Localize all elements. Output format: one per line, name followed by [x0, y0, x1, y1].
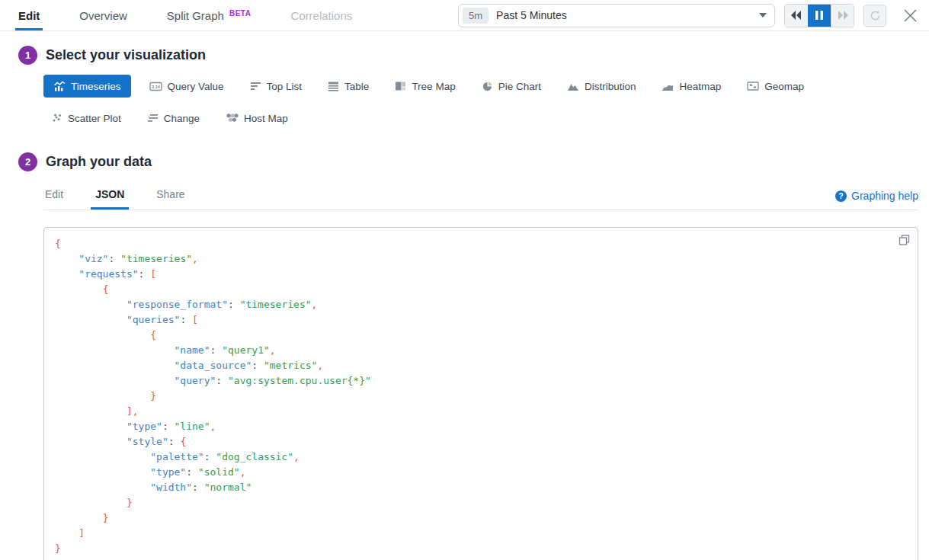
time-range-label: Past 5 Minutes	[496, 9, 751, 21]
tab-overview[interactable]: Overview	[79, 0, 127, 30]
viz-button-label: Heatmap	[679, 81, 721, 92]
scatter-plot-icon	[51, 113, 62, 123]
viz-button-query-value[interactable]: 3.14Query Value	[142, 75, 232, 98]
top-list-icon	[250, 81, 261, 91]
code-line: "name": "query1",	[55, 343, 907, 358]
pause-icon	[815, 11, 823, 20]
viz-button-label: Distribution	[585, 81, 636, 92]
viz-button-label: Timeseries	[71, 81, 121, 92]
change-icon	[147, 113, 159, 123]
code-line: "width": "normal"	[55, 480, 907, 495]
tab-correlations-label: Correlations	[290, 9, 352, 22]
step-forward-icon	[838, 11, 848, 20]
code-line: "query": "avg:system.cpu.user{*}"	[55, 373, 907, 389]
timeseries-icon	[53, 81, 66, 92]
step-2-title: Graph your data	[46, 154, 152, 170]
code-line: }	[55, 510, 907, 526]
code-line: }	[55, 389, 907, 404]
code-line: "requests": [	[55, 267, 907, 282]
refresh-icon	[870, 10, 881, 21]
viz-button-label: Pie Chart	[498, 81, 541, 92]
table-icon	[328, 81, 339, 91]
viz-button-scatter-plot[interactable]: Scatter Plot	[43, 107, 129, 130]
header-controls: 5m Past 5 Minutes	[458, 4, 918, 27]
host-map-icon	[226, 113, 239, 123]
code-line: "palette": "dog_classic",	[55, 450, 907, 465]
viz-button-change[interactable]: Change	[139, 107, 207, 130]
code-line: "type": "line",	[55, 419, 907, 434]
code-line: "response_format": "timeseries",	[55, 297, 907, 312]
step-graph-your-data: 2 Graph your data EditJSONShare ? Graphi…	[0, 152, 929, 560]
refresh-button[interactable]	[863, 5, 886, 27]
step-1-badge: 1	[18, 46, 37, 65]
code-line: "style": {	[55, 434, 907, 450]
time-range-chip: 5m	[463, 8, 489, 24]
step-2-badge: 2	[18, 152, 37, 171]
viz-button-label: Table	[344, 81, 369, 92]
json-editor[interactable]: { "viz": "timeseries", "requests": [ { "…	[43, 227, 918, 560]
graph-editor-header: Edit Overview Split Graph BETA Correlati…	[0, 0, 929, 31]
code-line: {	[55, 236, 907, 251]
code-line: {	[55, 282, 907, 297]
beta-badge: BETA	[229, 9, 251, 18]
playback-controls	[784, 4, 854, 27]
pause-button[interactable]	[808, 5, 831, 27]
code-line: {	[55, 328, 907, 343]
viz-button-label: Query Value	[168, 81, 224, 92]
step-backward-icon	[791, 11, 802, 20]
viz-button-label: Tree Map	[412, 81, 455, 92]
tab-edit-label: Edit	[18, 9, 40, 22]
code-line: ]	[55, 526, 907, 541]
viz-button-host-map[interactable]: Host Map	[218, 107, 296, 130]
viz-button-table[interactable]: Table	[320, 75, 376, 98]
visualization-picker: Timeseries3.14Query ValueTop ListTableTr…	[43, 75, 874, 130]
tab-correlations[interactable]: Correlations	[290, 0, 352, 30]
viz-button-top-list[interactable]: Top List	[242, 75, 310, 98]
code-line: }	[55, 541, 907, 556]
tab-overview-label: Overview	[79, 9, 127, 22]
graphing-help-label: Graphing help	[851, 190, 918, 202]
distribution-icon	[567, 81, 579, 91]
question-mark-icon: ?	[835, 190, 847, 202]
viz-button-distribution[interactable]: Distribution	[559, 75, 644, 98]
tab-edit[interactable]: Edit	[18, 0, 40, 30]
tab-split-graph[interactable]: Split Graph BETA	[167, 0, 251, 30]
viz-button-heatmap[interactable]: Heatmap	[654, 75, 729, 98]
header-tabs: Edit Overview Split Graph BETA Correlati…	[18, 0, 352, 30]
editor-subtabs: EditJSONShare	[43, 184, 187, 210]
query-value-icon: 3.14	[149, 81, 162, 92]
close-icon	[904, 9, 917, 22]
subtab-edit[interactable]: Edit	[43, 184, 65, 210]
viz-button-label: Host Map	[244, 113, 288, 124]
viz-button-geomap[interactable]: Geomap	[739, 75, 812, 98]
svg-text:3.14: 3.14	[152, 85, 161, 89]
heatmap-icon	[662, 81, 674, 91]
editor-subtabs-row: EditJSONShare ? Graphing help	[43, 184, 918, 210]
tab-split-graph-label: Split Graph	[167, 9, 224, 22]
code-line: "data_source": "metrics",	[55, 358, 907, 373]
step-forward-button[interactable]	[831, 5, 854, 27]
viz-button-timeseries[interactable]: Timeseries	[43, 75, 131, 98]
graphing-help-link[interactable]: ? Graphing help	[835, 190, 918, 210]
copy-button[interactable]	[899, 235, 910, 246]
code-line: ],	[55, 404, 907, 419]
viz-button-tree-map[interactable]: Tree Map	[387, 75, 463, 98]
copy-icon	[899, 235, 910, 246]
code-line: }	[55, 495, 907, 510]
viz-button-label: Top List	[267, 81, 303, 92]
subtab-share[interactable]: Share	[155, 184, 186, 210]
code-line: "queries": [	[55, 312, 907, 328]
step-1-title: Select your visualization	[46, 47, 206, 63]
time-range-select[interactable]: 5m Past 5 Minutes	[458, 4, 775, 27]
viz-button-label: Scatter Plot	[68, 113, 121, 124]
code-line: "viz": "timeseries",	[55, 251, 907, 267]
viz-button-label: Geomap	[764, 81, 804, 92]
json-code[interactable]: { "viz": "timeseries", "requests": [ { "…	[55, 236, 907, 556]
viz-button-label: Change	[164, 113, 200, 124]
viz-button-pie-chart[interactable]: Pie Chart	[474, 75, 549, 98]
step-select-visualization: 1 Select your visualization Timeseries3.…	[0, 46, 929, 130]
subtab-json[interactable]: JSON	[94, 184, 126, 210]
close-button[interactable]	[902, 7, 918, 24]
step-backward-button[interactable]	[785, 5, 808, 27]
geomap-icon	[747, 81, 759, 91]
